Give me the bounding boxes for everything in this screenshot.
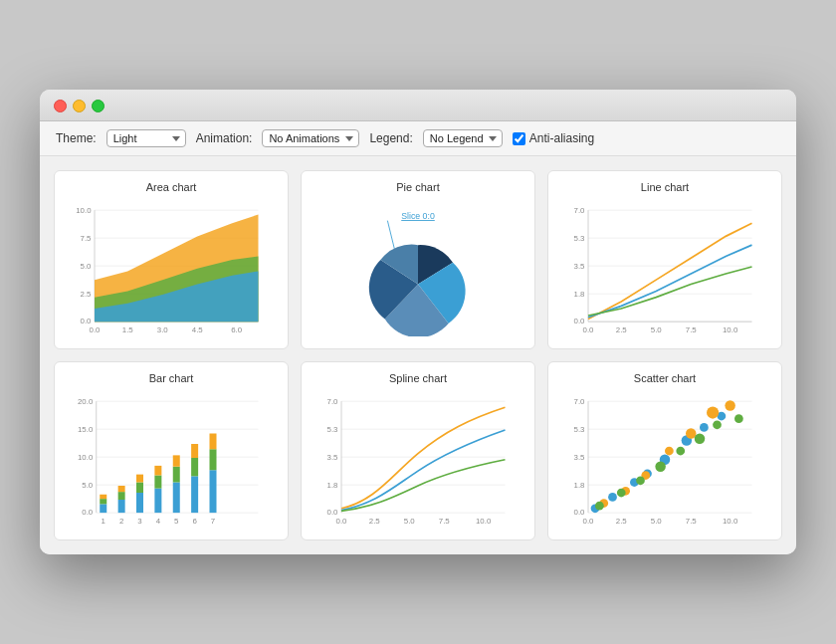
- svg-point-126: [713, 420, 722, 429]
- svg-rect-70: [210, 434, 217, 450]
- svg-rect-62: [173, 483, 180, 514]
- line-chart: 7.0 5.3 3.5 1.8 0.0: [560, 197, 769, 340]
- svg-text:2.5: 2.5: [81, 290, 93, 299]
- svg-text:6.0: 6.0: [231, 325, 243, 334]
- bar-chart-title: Bar chart: [149, 372, 194, 384]
- bar-chart: 20.0 15.0 10.0 5.0 0.0: [67, 388, 276, 532]
- svg-text:6: 6: [192, 517, 197, 526]
- svg-text:7.5: 7.5: [686, 325, 698, 334]
- svg-text:5.0: 5.0: [81, 262, 93, 271]
- area-chart-card: Area chart 10.0 7.5 5.0 2.5 0.0: [54, 170, 289, 349]
- svg-rect-64: [173, 455, 180, 466]
- theme-label: Theme:: [56, 131, 97, 145]
- area-chart-title: Area chart: [146, 181, 197, 193]
- svg-point-125: [695, 434, 706, 445]
- line-chart-title: Line chart: [641, 181, 689, 193]
- svg-point-119: [725, 400, 735, 411]
- theme-select[interactable]: Light Dark Blue: [106, 129, 186, 147]
- svg-point-106: [608, 493, 617, 502]
- svg-text:10.0: 10.0: [76, 206, 92, 215]
- svg-rect-63: [173, 467, 180, 483]
- svg-text:7: 7: [211, 517, 215, 526]
- svg-text:7.5: 7.5: [686, 517, 698, 526]
- svg-point-127: [734, 414, 743, 423]
- svg-text:10.0: 10.0: [723, 517, 738, 526]
- svg-text:20.0: 20.0: [78, 397, 94, 406]
- svg-text:0.0: 0.0: [82, 508, 94, 517]
- svg-text:3: 3: [137, 517, 142, 526]
- svg-text:0.0: 0.0: [583, 517, 595, 526]
- charts-grid: Area chart 10.0 7.5 5.0 2.5 0.0: [40, 156, 796, 554]
- svg-text:0.0: 0.0: [583, 325, 595, 334]
- svg-rect-52: [100, 495, 106, 499]
- animation-select[interactable]: No Animations Linear Ease: [262, 129, 359, 147]
- svg-text:2.5: 2.5: [616, 325, 628, 334]
- legend-label: Legend:: [369, 131, 412, 145]
- svg-rect-53: [118, 500, 125, 513]
- scatter-chart-title: Scatter chart: [634, 372, 696, 384]
- svg-text:4.5: 4.5: [192, 325, 204, 334]
- svg-text:1.5: 1.5: [122, 325, 134, 334]
- svg-text:5.0: 5.0: [651, 325, 663, 334]
- svg-text:5.3: 5.3: [574, 234, 586, 243]
- svg-text:3.5: 3.5: [574, 262, 586, 271]
- svg-rect-51: [100, 499, 106, 504]
- spline-chart-title: Spline chart: [389, 372, 447, 384]
- antialiasing-group: Anti-aliasing: [513, 131, 594, 145]
- svg-text:Slice 0:0: Slice 0:0: [401, 211, 435, 221]
- svg-text:5.0: 5.0: [82, 481, 94, 490]
- toolbar: Theme: Light Dark Blue Animation: No Ani…: [40, 121, 796, 156]
- bar-chart-card: Bar chart 20.0 15.0 10.0 5.0 0.0: [54, 361, 289, 540]
- svg-text:5: 5: [174, 517, 179, 526]
- svg-text:0.0: 0.0: [81, 317, 93, 325]
- svg-text:2.5: 2.5: [616, 517, 628, 526]
- svg-text:2.5: 2.5: [369, 517, 381, 526]
- minimize-button[interactable]: [73, 100, 86, 112]
- svg-text:1.8: 1.8: [327, 481, 339, 490]
- svg-text:5.3: 5.3: [574, 425, 586, 434]
- antialiasing-checkbox[interactable]: [513, 132, 525, 145]
- svg-point-117: [686, 428, 697, 439]
- svg-text:1.8: 1.8: [574, 481, 586, 490]
- pie-chart-title: Pie chart: [396, 181, 439, 193]
- svg-rect-54: [118, 492, 125, 500]
- svg-rect-59: [154, 489, 161, 514]
- svg-rect-55: [118, 486, 125, 492]
- svg-text:0.0: 0.0: [90, 325, 102, 334]
- svg-point-121: [617, 489, 626, 498]
- svg-rect-60: [154, 476, 161, 489]
- svg-text:0.0: 0.0: [336, 517, 348, 526]
- svg-text:0.0: 0.0: [574, 317, 586, 325]
- svg-rect-56: [136, 493, 143, 513]
- svg-text:1: 1: [102, 517, 105, 526]
- svg-rect-61: [154, 466, 161, 476]
- svg-point-122: [636, 476, 645, 485]
- antialiasing-label: Anti-aliasing: [529, 131, 594, 145]
- svg-rect-57: [136, 483, 143, 494]
- svg-text:0.0: 0.0: [574, 508, 586, 517]
- svg-text:2: 2: [119, 517, 123, 526]
- svg-rect-58: [136, 475, 143, 483]
- close-button[interactable]: [54, 100, 67, 112]
- svg-text:7.0: 7.0: [574, 206, 586, 215]
- svg-point-118: [707, 406, 719, 418]
- svg-text:3.5: 3.5: [574, 453, 586, 462]
- svg-text:3.5: 3.5: [327, 453, 339, 462]
- svg-text:4: 4: [156, 517, 161, 526]
- pie-chart: Slice 0:0: [314, 197, 522, 340]
- fullscreen-button[interactable]: [92, 100, 104, 112]
- legend-select[interactable]: No Legend Top Bottom Left Right: [423, 129, 503, 147]
- svg-text:10.0: 10.0: [723, 325, 738, 334]
- svg-point-111: [700, 423, 709, 432]
- svg-text:5.3: 5.3: [327, 425, 339, 434]
- svg-text:0.0: 0.0: [327, 508, 339, 517]
- scatter-chart-card: Scatter chart 7.0 5.3 3.5 1.8 0.0: [547, 361, 782, 540]
- spline-chart-card: Spline chart 7.0 5.3 3.5 1.8 0.0: [301, 361, 535, 540]
- main-window: Theme: Light Dark Blue Animation: No Ani…: [40, 90, 796, 554]
- svg-text:3.0: 3.0: [157, 325, 169, 334]
- svg-text:5.0: 5.0: [404, 517, 416, 526]
- svg-text:10.0: 10.0: [78, 453, 94, 462]
- svg-text:5.0: 5.0: [651, 517, 663, 526]
- svg-point-116: [665, 447, 674, 456]
- pie-chart-card: Pie chart Slice 0:0: [301, 170, 535, 349]
